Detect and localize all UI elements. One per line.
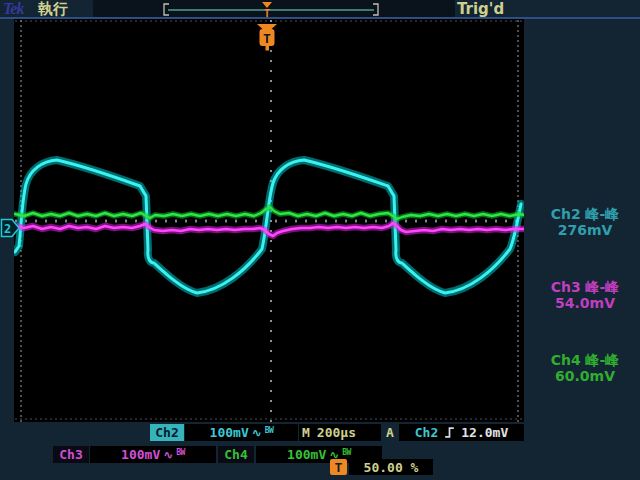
- ch2-scale-value: 100mV: [210, 425, 249, 440]
- ch2-channel-tag: Ch2: [150, 424, 184, 441]
- measurement-ch2-pkpk: Ch2 峰-峰 276mV: [532, 206, 638, 238]
- trigger-position-marker: T: [257, 24, 277, 51]
- measurement-value: 54.0mV: [532, 295, 638, 311]
- measurement-ch4-pkpk: Ch4 峰-峰 60.0mV: [532, 352, 638, 384]
- ch4-channel-tag: Ch4: [218, 446, 254, 463]
- bandwidth-limit-icon: BW: [342, 448, 351, 457]
- horizontal-value: 200µs: [317, 425, 356, 440]
- horizontal-label: M: [302, 425, 310, 440]
- horizontal-scale-readout: M200µs: [299, 424, 381, 441]
- ch3-channel-tag: Ch3: [53, 446, 89, 463]
- ch3-scale-readout: 100mV∿BW: [90, 446, 216, 463]
- rising-edge-icon: [444, 426, 455, 439]
- waveform-display: T T 2: [0, 0, 640, 480]
- ch4-scale-value: 100mV: [287, 447, 326, 462]
- measurement-value: 276mV: [532, 222, 638, 238]
- ac-coupling-icon: ∿: [252, 426, 262, 440]
- measurement-value: 60.0mV: [532, 368, 638, 384]
- measurement-ch3-pkpk: Ch3 峰-峰 54.0mV: [532, 279, 638, 311]
- trigger-readout: Ch2 12.0mV: [399, 424, 524, 441]
- trigger-position-icon: T: [330, 459, 347, 475]
- trigger-mode-label: A: [383, 424, 397, 441]
- trigger-source: Ch2: [415, 425, 438, 440]
- ch2-marker-label: 2: [4, 222, 11, 236]
- record-trigger-t: T: [264, 8, 270, 19]
- measurement-title: Ch4 峰-峰: [532, 352, 638, 368]
- ch3-scale-value: 100mV: [121, 447, 160, 462]
- trigger-level: 12.0mV: [461, 425, 508, 440]
- measurement-title: Ch2 峰-峰: [532, 206, 638, 222]
- ch2-scale-readout: 100mV∿BW: [185, 424, 298, 441]
- trigger-position-readout: 50.00 %: [349, 459, 433, 475]
- record-view-indicator: T: [164, 2, 378, 19]
- trigger-t-glyph: T: [263, 31, 271, 46]
- measurement-title: Ch3 峰-峰: [532, 279, 638, 295]
- bandwidth-limit-icon: BW: [176, 448, 185, 457]
- ac-coupling-icon: ∿: [163, 448, 173, 462]
- bandwidth-limit-icon: BW: [265, 426, 274, 435]
